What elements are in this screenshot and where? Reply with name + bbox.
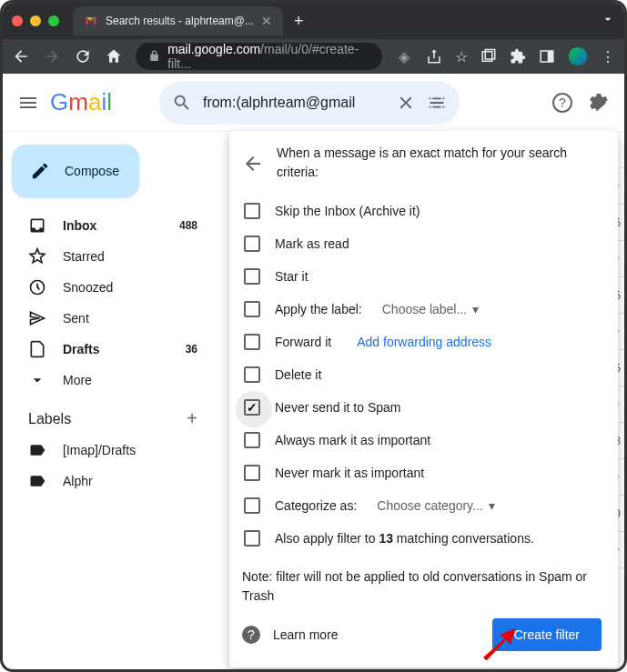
checkbox[interactable] <box>244 301 260 317</box>
help-icon[interactable]: ? <box>551 92 573 114</box>
label-icon <box>28 441 46 459</box>
svg-text:?: ? <box>559 95 566 110</box>
new-tab-button[interactable]: + <box>294 12 304 31</box>
sidebar-item-snoozed[interactable]: Snoozed <box>10 272 214 303</box>
main-content: Compose Inbox 488 Starred Snoozed Sent D… <box>3 132 624 669</box>
sidebar-item-label: Alphr <box>63 474 93 488</box>
labels-header: Labels + <box>10 396 214 435</box>
help-icon: ? <box>242 626 260 644</box>
filter-options-popup: When a message is an exact match for you… <box>229 131 618 667</box>
eye-icon[interactable]: ◈ <box>395 47 413 65</box>
settings-icon[interactable] <box>588 92 610 114</box>
chevron-down-icon <box>28 371 46 389</box>
add-label-icon[interactable]: + <box>187 408 197 429</box>
close-window-button[interactable] <box>12 15 23 26</box>
browser-tab[interactable]: Search results - alphrteam@... ✕ <box>73 6 283 35</box>
option-apply-label[interactable]: Apply the label:Choose label... ▾ <box>242 293 602 326</box>
checkbox-checked[interactable] <box>244 399 260 416</box>
add-forwarding-link[interactable]: Add forwarding address <box>357 335 491 349</box>
maximize-window-button[interactable] <box>48 15 59 26</box>
sidebar-label-alphr[interactable]: Alphr <box>10 466 214 496</box>
reload-icon[interactable] <box>74 47 92 65</box>
home-icon[interactable] <box>105 47 123 65</box>
option-skip-inbox[interactable]: Skip the Inbox (Archive it) <box>242 195 602 227</box>
checkbox[interactable] <box>244 432 260 448</box>
labels-title: Labels <box>28 411 71 427</box>
option-never-important[interactable]: Never mark it as important <box>242 456 602 489</box>
option-never-spam[interactable]: Never send it to Spam <box>242 391 602 424</box>
gmail-m-icon: Gmail <box>50 88 112 116</box>
document-icon <box>28 340 46 358</box>
sidebar-item-label: Starred <box>63 249 105 264</box>
bookmark-icon[interactable]: ☆ <box>455 48 468 65</box>
compose-button[interactable]: Compose <box>12 145 139 197</box>
collections-icon[interactable] <box>480 48 497 65</box>
compose-label: Compose <box>65 164 119 178</box>
label-dropdown[interactable]: Choose label... ▾ <box>382 302 479 316</box>
star-icon <box>28 247 46 266</box>
gmail-favicon-icon <box>84 14 98 28</box>
sidebar-item-drafts[interactable]: Drafts 36 <box>10 334 214 365</box>
minimize-window-button[interactable] <box>30 15 41 26</box>
label-icon <box>28 472 46 490</box>
sidebar: Compose Inbox 488 Starred Snoozed Sent D… <box>3 132 221 669</box>
window-controls <box>12 15 59 26</box>
share-icon[interactable] <box>426 48 442 65</box>
close-tab-icon[interactable]: ✕ <box>261 14 272 28</box>
search-input[interactable] <box>203 95 385 111</box>
sidebar-item-inbox[interactable]: Inbox 488 <box>10 210 214 241</box>
tab-title: Search results - alphrteam@... <box>106 15 254 27</box>
sidebar-item-label: Snoozed <box>63 280 113 295</box>
sidebar-label-imap-drafts[interactable]: [Imap]/Drafts <box>10 435 214 466</box>
browser-address-bar: mail.google.com/mail/u/0/#create-filt...… <box>3 39 624 74</box>
sidebar-item-starred[interactable]: Starred <box>10 241 214 272</box>
checkbox[interactable] <box>244 334 260 350</box>
checkbox[interactable] <box>244 366 260 383</box>
gmail-header: Gmail ? <box>3 74 624 132</box>
gmail-logo[interactable]: Gmail <box>50 88 112 116</box>
popup-title: When a message is an exact match for you… <box>277 144 602 182</box>
svg-rect-3 <box>548 51 553 62</box>
url-input[interactable]: mail.google.com/mail/u/0/#create-filt... <box>136 43 382 70</box>
category-dropdown[interactable]: Choose category... ▾ <box>377 498 494 513</box>
filter-note: Note: filter will not be applied to old … <box>242 567 602 606</box>
option-also-apply[interactable]: Also apply filter to 13 matching convers… <box>242 522 602 555</box>
option-mark-read[interactable]: Mark as read <box>242 227 602 260</box>
option-forward[interactable]: Forward itAdd forwarding address <box>242 326 602 358</box>
sidepanel-icon[interactable] <box>539 48 555 65</box>
inbox-count: 488 <box>179 219 197 232</box>
checkbox[interactable] <box>244 465 260 481</box>
sidebar-item-label: Drafts <box>63 342 99 356</box>
option-categorize[interactable]: Categorize as:Choose category... ▾ <box>242 489 602 522</box>
main-menu-icon[interactable] <box>17 92 39 114</box>
browser-tab-bar: Search results - alphrteam@... ✕ + <box>3 3 624 39</box>
search-icon[interactable] <box>172 93 192 113</box>
option-star[interactable]: Star it <box>242 260 602 293</box>
checkbox[interactable] <box>244 236 260 252</box>
checkbox[interactable] <box>244 530 260 547</box>
extensions-icon[interactable] <box>510 48 526 65</box>
pencil-icon <box>30 161 50 181</box>
learn-more-link[interactable]: Learn more <box>273 627 339 642</box>
sidebar-item-label: More <box>63 373 92 387</box>
tabs-dropdown-icon[interactable] <box>601 12 615 30</box>
sidebar-item-label: [Imap]/Drafts <box>63 443 136 457</box>
url-host: mail.google.com <box>167 42 260 56</box>
clear-search-icon[interactable] <box>396 93 416 113</box>
option-delete[interactable]: Delete it <box>242 358 602 391</box>
sidebar-item-sent[interactable]: Sent <box>10 303 214 334</box>
send-icon <box>28 309 46 327</box>
sidebar-item-label: Sent <box>63 311 89 326</box>
back-icon[interactable] <box>12 47 30 65</box>
sidebar-item-more[interactable]: More <box>10 365 214 396</box>
checkbox[interactable] <box>244 203 260 219</box>
search-options-icon[interactable] <box>427 93 447 113</box>
checkbox[interactable] <box>244 497 260 514</box>
search-box[interactable] <box>159 81 460 125</box>
forward-icon[interactable] <box>43 47 61 65</box>
profile-avatar[interactable] <box>568 46 588 66</box>
back-icon[interactable] <box>242 145 264 182</box>
checkbox[interactable] <box>244 268 260 285</box>
option-always-important[interactable]: Always mark it as important <box>242 424 602 456</box>
kebab-menu-icon[interactable]: ⋮ <box>601 48 615 65</box>
